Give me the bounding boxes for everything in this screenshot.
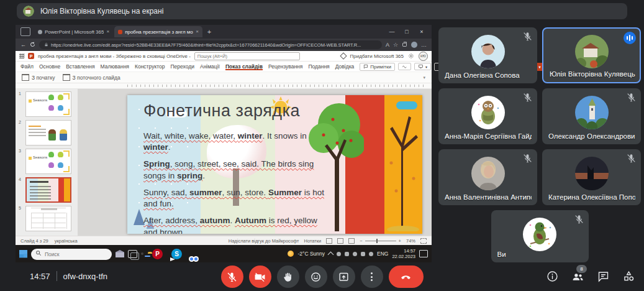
account-avatar[interactable]: КЮ xyxy=(419,52,428,61)
zoom-slider[interactable] xyxy=(365,241,396,241)
more-options-button[interactable] xyxy=(361,266,383,288)
pinterest-icon[interactable]: P xyxy=(152,249,163,259)
present-screen-button[interactable] xyxy=(333,266,355,288)
maximize-icon[interactable]: □ xyxy=(399,25,414,39)
tab-close-icon[interactable]: × xyxy=(106,29,109,34)
browser-menu-icon[interactable]: … xyxy=(421,42,427,48)
language-indicator[interactable]: українська xyxy=(55,238,78,244)
from-beginning-button[interactable]: З початку xyxy=(22,74,55,81)
raise-hand-button[interactable] xyxy=(277,266,299,288)
present-dropdown-button[interactable]: ▾ xyxy=(414,63,431,70)
tab-search-icon[interactable] xyxy=(20,27,30,36)
browser-profile-icon[interactable] xyxy=(411,42,417,48)
browser-tab-powerpoint[interactable]: PowerPoint | Microsoft 365 × xyxy=(34,26,113,37)
taskbar-search-input[interactable] xyxy=(31,249,112,260)
designer-button[interactable] xyxy=(398,63,411,70)
volume-icon[interactable] xyxy=(361,252,365,256)
task-view-icon[interactable] xyxy=(128,250,137,258)
zoom-out-icon[interactable]: − xyxy=(360,238,362,244)
meeting-details-button[interactable] xyxy=(546,270,559,283)
ribbon-tab-показ-слайдів[interactable]: Показ слайдів xyxy=(225,63,263,70)
network-icon[interactable] xyxy=(369,252,373,256)
activities-button[interactable] xyxy=(622,270,635,283)
slide-thumbnail-4[interactable] xyxy=(25,177,71,203)
reactions-button[interactable] xyxy=(305,266,327,288)
ribbon-tab-подання[interactable]: Подання xyxy=(308,63,329,70)
participants-button[interactable]: 8 xyxy=(571,270,584,283)
present-screen-icon xyxy=(338,271,350,283)
activities-icon xyxy=(622,270,635,283)
participant-tile-анна-марія[interactable]: Анна-Марія Сергіївна Гайд... xyxy=(438,88,537,144)
school-building-icon[interactable] xyxy=(116,250,124,257)
browser-tab-presentation[interactable]: пробна презентація з англ мо... × xyxy=(114,26,202,37)
edge-browser-icon[interactable] xyxy=(141,252,143,255)
ribbon-tab-рецензування[interactable]: Рецензування xyxy=(268,63,302,70)
ribbon-tab-малювання[interactable]: Малювання xyxy=(101,63,129,70)
ribbon-tab-конструктор[interactable]: Конструктор xyxy=(135,63,165,70)
slide-text-segment: autunm xyxy=(200,216,230,225)
ribbon-tab-переходи[interactable]: Переходи xyxy=(170,63,194,70)
document-title[interactable]: пробна презентація з англ мови - Збереже… xyxy=(38,53,191,59)
ribbon-tab-довідка[interactable]: Довідка xyxy=(335,63,355,70)
ribbon-tab-анімації[interactable]: Анімації xyxy=(200,63,220,70)
buy-microsoft365-link[interactable]: Придбати Microsoft 365 xyxy=(350,53,404,59)
participant-tile-анна[interactable]: Анна Валентинівна Антипо... xyxy=(438,149,537,205)
url-field[interactable]: https://onedrive.live.com/edit.aspx?resi… xyxy=(39,40,382,49)
current-slide[interactable]: Фонетична зарядка Wait, white, wake, wat… xyxy=(127,95,422,234)
read-aloud-icon[interactable]: A xyxy=(386,42,389,48)
office-search-input[interactable] xyxy=(194,52,300,60)
slideshow-view-icon[interactable] xyxy=(348,238,355,244)
tab-close-icon[interactable]: × xyxy=(196,29,199,34)
taskbar-search[interactable] xyxy=(31,247,112,260)
participant-tile-self[interactable]: Ви xyxy=(491,210,589,262)
skype-icon[interactable]: S xyxy=(171,249,182,259)
participant-tile-дана[interactable]: Дана Олегівна Сопова xyxy=(438,27,537,83)
close-icon[interactable]: × xyxy=(414,25,429,39)
start-button[interactable] xyxy=(19,250,27,258)
new-tab-button[interactable]: + xyxy=(204,28,215,35)
participant-tile-юлія[interactable]: Юлія Вікторівна Кулявець xyxy=(542,27,641,83)
zoom-in-icon[interactable]: + xyxy=(399,238,401,244)
refresh-icon[interactable] xyxy=(30,42,35,48)
ribbon-collapse-icon[interactable]: ▾ xyxy=(423,75,425,80)
camera-off-button[interactable] xyxy=(249,266,271,288)
back-icon[interactable]: ← xyxy=(20,42,26,48)
participant-tile-катерина[interactable]: Катерина Олексіївна Попо... xyxy=(542,149,641,205)
leave-call-button[interactable] xyxy=(389,266,424,288)
slide-text-block[interactable]: Фонетична зарядка Wait, white, wake, wat… xyxy=(143,101,330,234)
ribbon-tab-основне[interactable]: Основне xyxy=(39,63,60,70)
chat-button[interactable] xyxy=(597,270,610,283)
mic-tray-icon[interactable] xyxy=(353,252,357,256)
comments-button[interactable]: Примітки xyxy=(360,63,395,71)
zoom-level[interactable]: 74% xyxy=(406,238,415,244)
keyboard-language[interactable]: ENG xyxy=(377,251,388,257)
from-current-slide-button[interactable]: З поточного слайда xyxy=(63,74,120,81)
collections-icon[interactable] xyxy=(402,42,407,48)
ribbon-tab-вставлення[interactable]: Вставлення xyxy=(66,63,94,70)
minimize-icon[interactable]: — xyxy=(384,25,399,39)
slide-thumbnail-1[interactable]: Seasons xyxy=(25,91,71,117)
ribbon-tab-файл[interactable]: Файл xyxy=(20,63,34,70)
onedrive-icon[interactable] xyxy=(345,252,349,256)
fit-slide-icon[interactable] xyxy=(420,238,427,244)
zoom-control[interactable]: − + xyxy=(360,238,401,244)
notification-center-icon[interactable] xyxy=(419,250,428,257)
slide-thumbnail-5[interactable] xyxy=(25,206,71,231)
ruler xyxy=(16,83,432,89)
notes-toggle[interactable]: Нотатки xyxy=(304,238,322,244)
settings-gear-icon[interactable] xyxy=(408,50,414,62)
thumbnail-number: 5 xyxy=(19,206,21,210)
taskbar-clock[interactable]: 14:57 22.02.2023 xyxy=(392,248,415,259)
normal-view-icon[interactable] xyxy=(326,238,332,244)
weather-text[interactable]: -2°C Sunny xyxy=(297,251,325,257)
favorites-star-icon[interactable]: ☆ xyxy=(393,42,398,48)
participant-tile-олександр[interactable]: Олександр Олександрови... xyxy=(542,88,641,144)
mic-off-button[interactable] xyxy=(221,266,243,288)
slide-thumbnail-2[interactable] xyxy=(25,120,71,146)
app-launcher-icon[interactable] xyxy=(19,53,24,58)
slide-sorter-icon[interactable] xyxy=(337,238,343,244)
slide-thumbnail-3[interactable]: Seasons xyxy=(25,149,71,174)
tray-icon[interactable] xyxy=(337,252,341,256)
feedback-link[interactable]: Надіслати відгук до Майкрософт xyxy=(229,238,299,244)
tray-expand-icon[interactable] xyxy=(328,251,334,257)
